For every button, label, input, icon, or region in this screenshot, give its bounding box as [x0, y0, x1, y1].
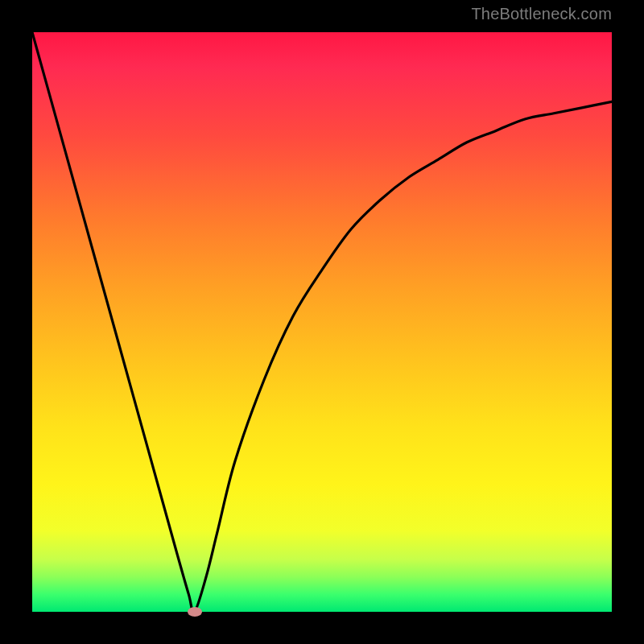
curve-svg: [32, 32, 612, 612]
watermark-text: TheBottleneck.com: [471, 5, 612, 23]
optimal-point-marker: [188, 607, 202, 617]
chart-frame: TheBottleneck.com: [0, 0, 644, 644]
plot-area: [32, 32, 612, 612]
bottleneck-curve: [32, 32, 612, 612]
